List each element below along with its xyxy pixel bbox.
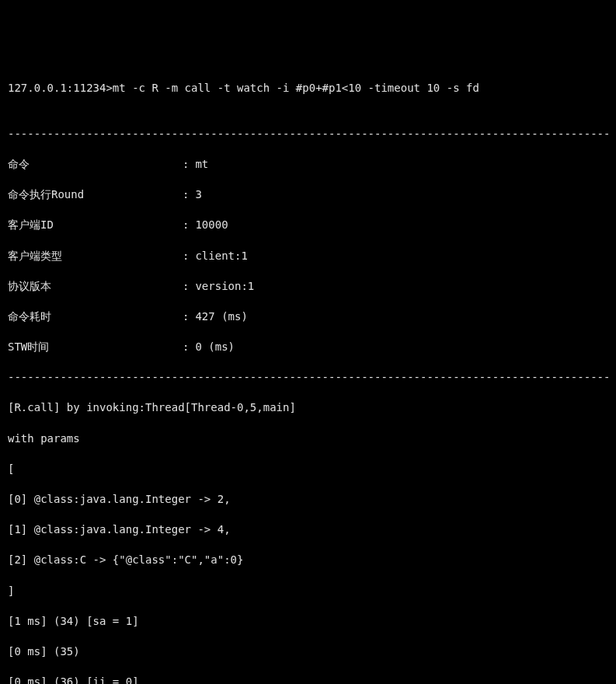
info-sep: : [183, 157, 189, 173]
info-row-client-id: 客户端ID:10000 [8, 218, 608, 233]
invocation-header: [R.call] by invoking:Thread[Thread-0,5,m… [8, 400, 608, 416]
info-sep: : [183, 187, 189, 203]
param-0: [0] @class:java.lang.Integer -> 2, [8, 492, 608, 508]
info-label: 命令耗时 [8, 309, 183, 325]
info-row-cost: 命令耗时:427 (ms) [8, 309, 608, 325]
info-sep: : [183, 309, 189, 325]
param-2: [2] @class:C -> {"@class":"C","a":0} [8, 553, 608, 568]
prompt-command: mt -c R -m call -t watch -i #p0+#p1<10 -… [113, 82, 479, 94]
info-value: 0 (ms) [189, 340, 235, 355]
trace-line: [1 ms] (34) [sa = 1] [8, 614, 608, 630]
info-label: 命令执行Round [8, 187, 183, 203]
info-label: STW时间 [8, 340, 183, 355]
info-row-client-type: 客户端类型:client:1 [8, 249, 608, 264]
info-sep: : [183, 279, 189, 295]
params-label: with params [8, 431, 608, 447]
info-label: 客户端ID [8, 218, 183, 233]
info-value: client:1 [189, 249, 247, 264]
info-value: 3 [189, 187, 201, 203]
info-value: 10000 [189, 218, 228, 233]
divider-mid: ----------------------------------------… [8, 370, 608, 386]
info-sep: : [183, 340, 189, 355]
divider-top: ----------------------------------------… [8, 127, 608, 142]
trace-line: [0 ms] (36) [ii = 0] [8, 675, 608, 684]
info-value: 427 (ms) [189, 309, 247, 325]
info-label: 客户端类型 [8, 249, 183, 264]
info-row-protocol: 协议版本:version:1 [8, 279, 608, 295]
blank-line [8, 96, 608, 112]
info-sep: : [183, 218, 189, 233]
info-row-command: 命令:mt [8, 157, 608, 173]
params-open: [ [8, 462, 608, 477]
info-row-stw: STW时间:0 (ms) [8, 340, 608, 355]
terminal-output: 127.0.0.1:11234>mt -c R -m call -t watch… [8, 65, 608, 684]
info-value: mt [189, 157, 208, 173]
info-row-round: 命令执行Round:3 [8, 187, 608, 203]
prompt-host: 127.0.0.1:11234> [8, 82, 113, 94]
info-label: 协议版本 [8, 279, 183, 295]
info-sep: : [183, 249, 189, 264]
trace-line: [0 ms] (35) [8, 644, 608, 660]
info-label: 命令 [8, 157, 183, 173]
info-value: version:1 [189, 279, 254, 295]
params-close: ] [8, 584, 608, 599]
param-1: [1] @class:java.lang.Integer -> 4, [8, 522, 608, 538]
